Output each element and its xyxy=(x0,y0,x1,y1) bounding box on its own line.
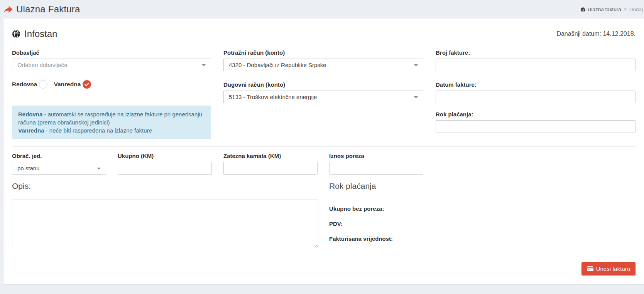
field-ukupno: Ukupno (KM) xyxy=(118,153,212,175)
dobavljac-placeholder: Odaberi dobavljača xyxy=(17,62,67,68)
dashboard-icon xyxy=(580,7,586,12)
rok-placanja-input[interactable] xyxy=(436,120,636,133)
zatezna-label: Zatezna kamata (KM) xyxy=(223,153,318,159)
dugovni-label: Dugovni račun (konto) xyxy=(223,81,423,88)
zatezna-input[interactable] xyxy=(223,162,318,175)
potrazni-value: 4320 - Dobavljači iz Republike Srpske xyxy=(229,62,326,68)
iznos-poreza-input[interactable] xyxy=(329,162,423,175)
radio-vanredna[interactable]: Vanredna xyxy=(54,80,91,89)
invoice-form-card: Infostan Današnji datum: 14.12.2018. Dob… xyxy=(3,18,644,284)
breadcrumb-link[interactable]: Ulazna faktura xyxy=(580,7,621,12)
radio-vanredna-label: Vanredna xyxy=(54,81,81,88)
opis-section: Opis: xyxy=(12,181,318,250)
broj-fakture-label: Broj fakture: xyxy=(436,49,636,56)
potrazni-label: Potražni račun (konto) xyxy=(223,49,423,56)
summary-row-label: Ukupno bez poreza: xyxy=(329,205,384,212)
broj-fakture-input[interactable] xyxy=(436,59,636,71)
info-note-term-redovna: Redovna xyxy=(18,111,42,118)
ukupno-label: Ukupno (KM) xyxy=(118,153,212,159)
dugovni-value: 5133 - Troškovi električne energije xyxy=(229,94,317,100)
opis-textarea[interactable] xyxy=(12,200,318,248)
info-note-desc-vanredna: - neće biti raspoređena na izlazne faktu… xyxy=(44,127,152,134)
submit-button-label: Unesi fakturu xyxy=(596,265,630,272)
summary-row-label: Fakturisana vrijednost: xyxy=(329,235,393,242)
field-zatezna: Zatezna kamata (KM) xyxy=(223,153,318,175)
submit-button[interactable]: Unesi fakturu xyxy=(581,262,636,276)
caret-down-icon xyxy=(97,168,101,170)
info-note-term-vanredna: Vanredna xyxy=(18,127,44,134)
arrow-right-icon xyxy=(4,6,13,13)
today-date: Današnji datum: 14.12.2018. xyxy=(556,30,636,37)
radio-vanredna-circle[interactable] xyxy=(83,80,91,89)
breadcrumb: Ulazna faktura > Dodaj xyxy=(580,7,643,12)
column-supplier: Dobavljač Odaberi dobavljača Redovna Van… xyxy=(12,49,211,139)
radio-redovna-label: Redovna xyxy=(12,81,37,88)
summary-row: Fakturisana vrijednost: xyxy=(329,231,636,246)
radio-redovna-circle[interactable] xyxy=(39,80,47,89)
page-title: Ulazna Faktura xyxy=(16,4,80,15)
check-icon xyxy=(85,82,89,86)
summary-row-label: PDV: xyxy=(329,220,343,227)
field-obracunska: Obrač. jed. po stanu xyxy=(12,153,106,175)
caret-down-icon xyxy=(414,96,418,98)
column-invoice-meta: Broj fakture: Datum fakture: Rok plaćanj… xyxy=(436,49,636,133)
potrazni-select[interactable]: 4320 - Dobavljači iz Republike Srpske xyxy=(223,59,423,71)
dobavljac-label: Dobavljač xyxy=(12,49,211,56)
summary-section: Rok plaćanja Ukupno bez poreza: PDV: Fak… xyxy=(329,181,636,250)
breadcrumb-section-label: Ulazna faktura xyxy=(588,7,621,12)
summary-table: Ukupno bez poreza: PDV: Fakturisana vrij… xyxy=(329,201,636,246)
ukupno-input[interactable] xyxy=(118,162,212,175)
datum-fakture-input[interactable] xyxy=(436,91,636,103)
page-header: Ulazna Faktura Ulazna faktura > Dodaj xyxy=(0,0,644,18)
info-note: Redovna - automatski se raspoređuje na i… xyxy=(12,106,211,139)
rok-placanja-label: Rok plaćanja: xyxy=(436,111,636,118)
invoice-type-radio-group: Redovna Vanredna xyxy=(12,80,211,89)
radio-redovna[interactable]: Redovna xyxy=(12,80,47,89)
summary-row: PDV: xyxy=(329,216,636,231)
summary-title: Rok plaćanja xyxy=(329,181,636,191)
section-divider xyxy=(12,146,636,147)
opis-title: Opis: xyxy=(12,181,318,191)
obracunska-label: Obrač. jed. xyxy=(12,153,106,159)
globe-icon xyxy=(12,30,20,38)
breadcrumb-separator: > xyxy=(624,7,627,12)
panel-title: Infostan xyxy=(24,29,57,39)
column-accounts: Potražni račun (konto) 4320 - Dobavljači… xyxy=(223,49,423,103)
breadcrumb-current: Dodaj xyxy=(629,7,643,12)
datum-fakture-label: Datum fakture: xyxy=(436,81,636,88)
dobavljac-select[interactable]: Odaberi dobavljača xyxy=(12,59,211,71)
obracunska-select[interactable]: po stanu xyxy=(12,162,106,175)
credit-card-icon xyxy=(587,266,593,271)
caret-down-icon xyxy=(414,64,418,66)
info-note-desc-redovna: - automatski se raspoređuje na izlazne f… xyxy=(18,111,202,126)
iznos-poreza-label: Iznos poreza xyxy=(329,153,423,159)
dugovni-select[interactable]: 5133 - Troškovi električne energije xyxy=(223,91,423,103)
field-iznos-poreza: Iznos poreza xyxy=(329,153,423,175)
obracunska-value: po stanu xyxy=(17,165,40,171)
caret-down-icon xyxy=(202,64,206,66)
summary-row: Ukupno bez poreza: xyxy=(329,201,636,216)
